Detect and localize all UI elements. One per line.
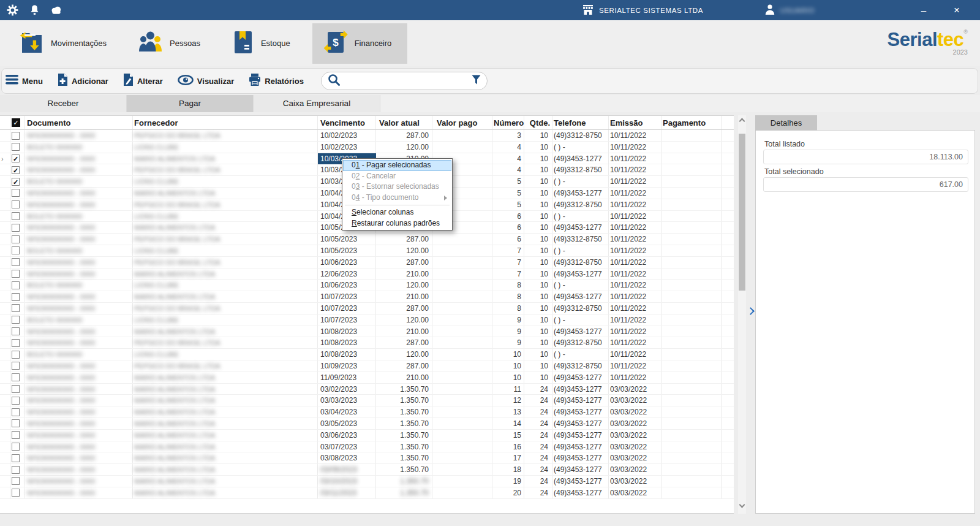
row-checkbox[interactable] <box>12 443 20 451</box>
table-row[interactable]: NFE000000000 - 0000 MARIO ALIMENTOS LTDA… <box>0 395 734 406</box>
cell-vencimento[interactable]: 10/08/2023 <box>318 326 376 338</box>
vertical-scrollbar[interactable] <box>738 115 746 514</box>
close-button[interactable]: × <box>941 0 973 20</box>
table-row[interactable]: BOLETO 0000000 LIONS CLUBE 10/06/2023 12… <box>0 280 734 291</box>
table-row[interactable]: NFE000000000 - 0000 PEPSICO DO BRASIL LT… <box>0 303 734 314</box>
table-row[interactable]: NFE000000000 - 0000 MARIO ALIMENTOS LTDA… <box>0 384 734 395</box>
cell-vencimento[interactable]: 10/05/2023 <box>318 234 376 245</box>
table-row[interactable]: NFE000000000 - 0000 MARIO ALIMENTOS LTDA… <box>0 326 734 338</box>
cell-vencimento[interactable]: 03/02/2023 <box>318 384 376 395</box>
table-row[interactable]: BOLETO 0000000 LIONS CLUBE 10/07/2023 12… <box>0 314 734 326</box>
notifications-bell-icon[interactable] <box>28 4 40 17</box>
col-header-pagamento[interactable]: Pagamento <box>663 116 706 130</box>
cell-vencimento[interactable]: 03/09/2023 <box>318 464 376 476</box>
row-checkbox[interactable] <box>12 304 20 312</box>
table-row[interactable]: NFE000000000 - 0000 MARIO ALIMENTOS LTDA… <box>0 291 734 303</box>
cell-vencimento[interactable]: 03/10/2023 <box>318 476 376 487</box>
table-row[interactable]: NFE000000000 - 0000 MARIO ALIMENTOS LTDA… <box>0 418 734 430</box>
col-header-qtde[interactable]: Qtde. <box>526 116 550 130</box>
scrollbar-thumb[interactable] <box>739 134 745 291</box>
cell-vencimento[interactable]: 12/06/2023 <box>318 269 376 280</box>
row-checkbox[interactable] <box>12 385 20 393</box>
panel-collapse-arrow-icon[interactable] <box>747 307 755 315</box>
tab-caixa-empresarial[interactable]: Caixa Empresarial <box>254 95 380 112</box>
row-checkbox[interactable] <box>12 454 20 462</box>
row-checkbox[interactable] <box>12 212 20 220</box>
tab-detalhes[interactable]: Detalhes <box>755 115 817 131</box>
cell-vencimento[interactable]: 10/02/2023 <box>318 142 376 153</box>
menu-button[interactable]: Menu <box>6 75 43 87</box>
row-checkbox[interactable] <box>12 339 20 347</box>
row-checkbox[interactable] <box>12 466 20 474</box>
table-row[interactable]: NFE000000000 - 0000 PEPSICO DO BRASIL LT… <box>0 234 734 245</box>
cell-vencimento[interactable]: 10/09/2023 <box>318 360 376 372</box>
search-box[interactable] <box>321 72 488 90</box>
cell-vencimento[interactable]: 10/02/2023 <box>318 130 376 142</box>
cell-vencimento[interactable]: 11/09/2023 <box>318 372 376 384</box>
cell-vencimento[interactable]: 03/04/2023 <box>318 406 376 418</box>
menu-item[interactable]: 01 - Pagar selecionadas <box>343 160 451 171</box>
table-row[interactable]: NFE000000000 - 0000 PEPSICO DO BRASIL LT… <box>0 130 734 142</box>
row-checkbox[interactable] <box>12 327 20 335</box>
row-checkbox[interactable] <box>12 200 20 208</box>
cell-vencimento[interactable]: 03/03/2023 <box>318 395 376 406</box>
col-header-vencimento[interactable]: Vencimento <box>320 116 365 130</box>
adicionar-button[interactable]: Adicionar <box>58 74 108 88</box>
cell-vencimento[interactable]: 03/06/2023 <box>318 430 376 441</box>
table-row[interactable]: NFE000000000 - 0000 MARIO ALIMENTOS LTDA… <box>0 487 734 499</box>
row-checkbox[interactable] <box>12 362 20 370</box>
cell-vencimento[interactable]: 10/05/2023 <box>318 245 376 257</box>
table-row[interactable]: NFE000000000 - 0000 PEPSICO DO BRASIL LT… <box>0 257 734 269</box>
menu-item[interactable]: Restaurar colunas padrões <box>343 218 451 229</box>
cell-vencimento[interactable]: 10/07/2023 <box>318 314 376 326</box>
visualizar-button[interactable]: Visualizar <box>178 75 234 88</box>
row-checkbox[interactable] <box>12 477 20 485</box>
col-header-emissao[interactable]: Emissão <box>610 116 643 130</box>
cell-vencimento[interactable]: 03/05/2023 <box>318 418 376 430</box>
row-checkbox[interactable] <box>12 178 20 186</box>
col-header-telefone[interactable]: Telefone <box>554 116 586 130</box>
col-header-numero[interactable]: Número <box>494 116 523 130</box>
cell-vencimento[interactable]: 10/07/2023 <box>318 291 376 303</box>
filter-funnel-icon[interactable] <box>472 75 481 87</box>
cell-vencimento[interactable]: 10/06/2023 <box>318 280 376 291</box>
row-checkbox[interactable] <box>12 293 20 301</box>
row-checkbox[interactable] <box>12 281 20 289</box>
table-row[interactable]: NFE000000000 - 0000 MARIO ALIMENTOS LTDA… <box>0 476 734 487</box>
cloud-icon[interactable] <box>50 4 62 17</box>
row-checkbox[interactable] <box>12 189 20 197</box>
table-row[interactable]: NFE000000000 - 0000 MARIO ALIMENTOS LTDA… <box>0 269 734 280</box>
row-checkbox[interactable] <box>12 235 20 243</box>
total-selecionado-field[interactable]: 617.00 <box>763 177 968 192</box>
row-checkbox[interactable] <box>12 258 20 266</box>
col-header-documento[interactable]: Documento <box>27 116 71 130</box>
alterar-button[interactable]: Alterar <box>123 74 163 88</box>
row-checkbox[interactable] <box>12 489 20 497</box>
row-checkbox[interactable] <box>12 224 20 232</box>
table-row[interactable]: BOLETO 0000000 LIONS CLUBE 10/05/2023 12… <box>0 245 734 257</box>
module-financeiro[interactable]: $ Financeiro <box>312 23 408 64</box>
table-row[interactable]: NFE000000000 - 0000 PEPSICO DO BRASIL LT… <box>0 337 734 349</box>
scroll-up-icon[interactable] <box>739 118 745 124</box>
search-input[interactable] <box>344 74 468 88</box>
module-pessoas[interactable]: Pessoas <box>129 24 209 63</box>
table-row[interactable]: NFE000000000 - 0000 MARIO ALIMENTOS LTDA… <box>0 452 734 464</box>
row-checkbox[interactable] <box>12 397 20 405</box>
row-checkbox[interactable] <box>12 431 20 439</box>
menu-item[interactable]: Selecionar colunas <box>343 207 451 218</box>
scroll-down-icon[interactable] <box>739 502 745 508</box>
select-all-checkbox[interactable] <box>12 118 20 127</box>
row-checkbox[interactable] <box>12 143 20 151</box>
table-row[interactable]: NFE000000000 - 0000 MARIO ALIMENTOS LTDA… <box>0 372 734 384</box>
row-checkbox[interactable] <box>12 351 20 359</box>
row-checkbox[interactable] <box>12 246 20 254</box>
minimize-button[interactable]: – <box>911 0 936 20</box>
relatorios-button[interactable]: Relatórios <box>249 74 304 88</box>
table-row[interactable]: NFE000000000 - 0000 MARIO ALIMENTOS LTDA… <box>0 406 734 418</box>
cell-vencimento[interactable]: 03/07/2023 <box>318 441 376 453</box>
row-checkbox[interactable] <box>12 166 20 174</box>
col-header-fornecedor[interactable]: Fornecedor <box>134 116 178 130</box>
row-checkbox[interactable] <box>12 270 20 278</box>
tab-receber[interactable]: Receber <box>0 95 127 112</box>
cell-vencimento[interactable]: 10/06/2023 <box>318 257 376 269</box>
